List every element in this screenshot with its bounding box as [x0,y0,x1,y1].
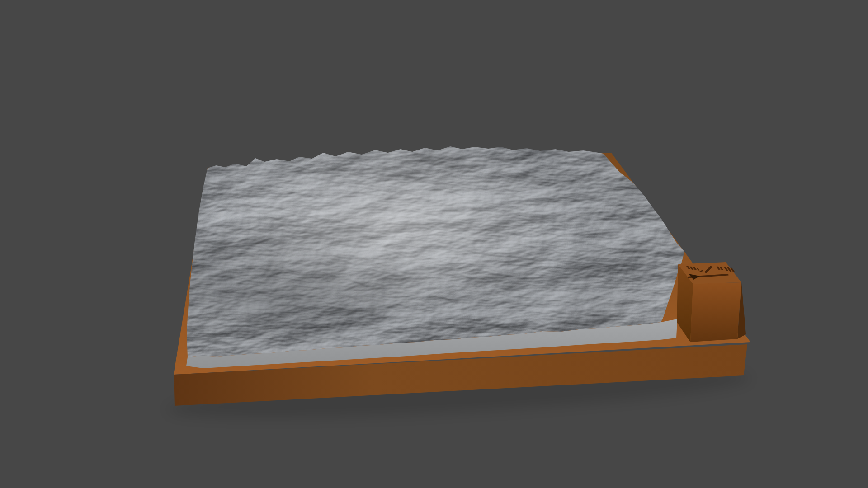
render-viewport: Gray 3D terrain relief model mounted on … [0,0,868,488]
render-canvas: Gray 3D terrain relief model mounted on … [0,0,868,488]
block-front-face [690,282,741,342]
